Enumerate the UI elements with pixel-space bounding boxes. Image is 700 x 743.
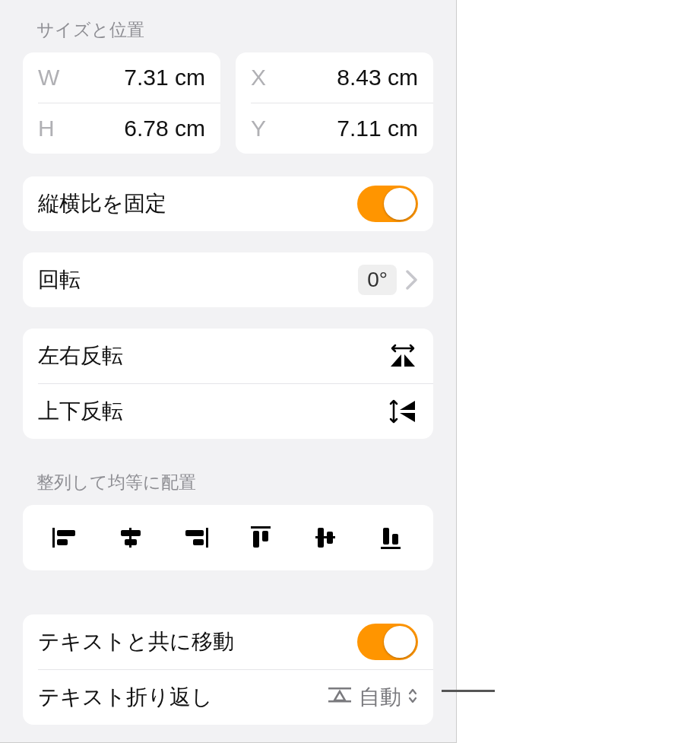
text-wrap-label: テキスト折り返し (38, 683, 213, 712)
width-label: W (38, 65, 59, 90)
svg-rect-4 (121, 530, 141, 536)
flip-horizontal-icon (388, 342, 418, 370)
chevron-updown-icon (407, 685, 418, 710)
svg-rect-6 (206, 528, 208, 548)
x-field[interactable]: X 8.43 cm (236, 52, 433, 103)
svg-rect-9 (251, 526, 271, 529)
align-right-button[interactable] (168, 519, 223, 557)
rotation-row[interactable]: 回転 0° (23, 252, 433, 307)
align-center-v-button[interactable] (298, 519, 353, 557)
width-field[interactable]: W 7.31 cm (23, 52, 220, 103)
svg-rect-0 (52, 528, 55, 548)
size-card: W 7.31 cm H 6.78 cm (23, 52, 220, 154)
svg-rect-10 (253, 531, 259, 548)
aspect-lock-label: 縦横比を固定 (38, 189, 166, 218)
aspect-lock-row: 縦横比を固定 (23, 176, 433, 231)
svg-rect-5 (125, 539, 137, 545)
flip-horizontal-row[interactable]: 左右反転 (23, 329, 433, 383)
text-wrap-row[interactable]: テキスト折り返し 自動 (23, 670, 433, 725)
svg-rect-8 (193, 539, 204, 545)
aspect-lock-toggle[interactable] (357, 186, 418, 222)
align-bottom-button[interactable] (363, 519, 418, 557)
rotation-label: 回転 (38, 265, 81, 294)
svg-rect-17 (392, 534, 398, 545)
move-with-text-toggle[interactable] (357, 624, 418, 660)
flip-vertical-label: 上下反転 (38, 397, 123, 426)
y-label: Y (251, 116, 266, 141)
flip-horizontal-label: 左右反転 (38, 341, 123, 370)
flip-vertical-icon (388, 398, 418, 425)
align-left-button[interactable] (38, 519, 93, 557)
flip-vertical-row[interactable]: 上下反転 (23, 384, 433, 439)
arrange-panel: サイズと位置 W 7.31 cm H 6.78 cm X 8.43 cm Y 7… (0, 0, 457, 743)
rotation-value[interactable]: 0° (358, 265, 397, 295)
callout-line (442, 690, 495, 692)
text-wrap-icon (327, 685, 353, 710)
svg-rect-13 (318, 528, 324, 548)
x-label: X (251, 65, 266, 90)
align-center-h-button[interactable] (103, 519, 158, 557)
align-heading: 整列して均等に配置 (0, 439, 456, 505)
svg-rect-2 (57, 539, 68, 545)
svg-rect-16 (383, 528, 389, 545)
width-value: 7.31 cm (124, 65, 205, 90)
height-value: 6.78 cm (124, 116, 205, 141)
y-field[interactable]: Y 7.11 cm (236, 103, 433, 154)
y-value: 7.11 cm (337, 116, 418, 141)
svg-rect-18 (328, 687, 351, 690)
height-field[interactable]: H 6.78 cm (23, 103, 220, 154)
position-card: X 8.43 cm Y 7.11 cm (236, 52, 433, 154)
x-value: 8.43 cm (337, 65, 418, 90)
svg-rect-1 (57, 530, 75, 536)
move-with-text-row: テキストと共に移動 (23, 614, 433, 669)
size-position-heading: サイズと位置 (0, 0, 456, 52)
align-distribute-row (23, 505, 433, 570)
blank-area (457, 0, 700, 743)
svg-rect-14 (327, 532, 333, 544)
align-top-button[interactable] (233, 519, 288, 557)
move-with-text-label: テキストと共に移動 (38, 627, 234, 656)
chevron-right-icon (406, 270, 418, 290)
text-wrap-value: 自動 (359, 683, 401, 712)
height-label: H (38, 116, 55, 141)
svg-rect-15 (381, 547, 401, 549)
svg-rect-11 (262, 531, 268, 541)
svg-rect-7 (185, 530, 204, 536)
